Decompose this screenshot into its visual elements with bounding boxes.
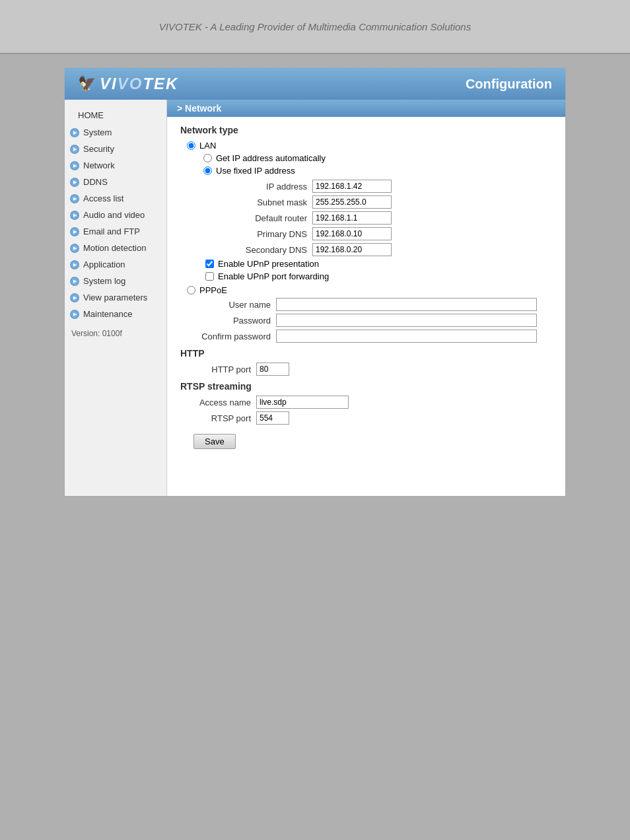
default-router-input[interactable] (312, 211, 392, 225)
password-input[interactable] (276, 314, 537, 327)
use-fixed-ip-label[interactable]: Use fixed IP address (216, 166, 295, 176)
access-name-label: Access name (193, 398, 256, 407)
use-fixed-ip-radio[interactable] (203, 166, 212, 175)
sidebar-item-security[interactable]: Security (65, 141, 166, 157)
sidebar-item-email-ftp[interactable]: Email and FTP (65, 223, 166, 240)
upnp-presentation-checkbox[interactable] (205, 260, 214, 268)
fixed-ip-fields: IP address Subnet mask Default router (236, 180, 552, 256)
sidebar: HOME System Security Network DDNS (65, 100, 167, 496)
outer-wrap: 🦅 VIVOTEK Configuration HOME System Secu… (0, 54, 630, 510)
logo-text: VIVOTEK (100, 75, 178, 93)
upnp-forwarding-row: Enable UPnP port forwarding (205, 271, 552, 281)
config-title: Configuration (466, 77, 552, 92)
pppoe-label[interactable]: PPPoE (199, 285, 227, 295)
sidebar-label-network: Network (83, 160, 115, 170)
pppoe-radio-row: PPPoE (187, 285, 552, 295)
sidebar-arrow-system (70, 128, 79, 137)
sidebar-arrow-access-list (70, 194, 79, 203)
sidebar-item-motion-detection[interactable]: Motion detection (65, 240, 166, 256)
logo-icon: 🦅 (78, 75, 96, 92)
sidebar-item-audio-video[interactable]: Audio and video (65, 207, 166, 223)
top-bar: VIVOTEK - A Leading Provider of Multimed… (0, 0, 630, 53)
http-section: HTTP HTTP port (180, 348, 552, 376)
sidebar-arrow-email-ftp (70, 227, 79, 236)
content-area: HOME System Security Network DDNS (65, 100, 565, 496)
rtsp-port-row: RTSP port (193, 411, 552, 425)
header: 🦅 VIVOTEK Configuration (65, 68, 565, 100)
main-container: 🦅 VIVOTEK Configuration HOME System Secu… (64, 67, 566, 497)
http-port-row: HTTP port (193, 363, 552, 376)
sidebar-arrow-security (70, 145, 79, 154)
username-row: User name (200, 298, 552, 311)
sidebar-label-maintenance: Maintenance (83, 309, 132, 319)
lan-radio[interactable] (187, 141, 195, 150)
get-ip-auto-radio[interactable] (203, 154, 212, 162)
secondary-dns-row: Secondary DNS (236, 243, 552, 256)
sidebar-item-system[interactable]: System (65, 124, 166, 141)
top-tagline: VIVOTEK - A Leading Provider of Multimed… (159, 21, 471, 32)
sidebar-label-system-log: System log (83, 276, 125, 286)
sidebar-item-access-list[interactable]: Access list (65, 190, 166, 207)
network-type-title: Network type (180, 125, 552, 135)
http-port-input[interactable] (256, 363, 289, 376)
logo-area: 🦅 VIVOTEK (78, 75, 178, 93)
save-button[interactable]: Save (193, 434, 236, 449)
default-router-label: Default router (236, 213, 312, 223)
sidebar-item-application[interactable]: Application (65, 256, 166, 273)
default-router-row: Default router (236, 211, 552, 225)
sidebar-arrow-view-parameters (70, 293, 79, 302)
upnp-forwarding-label[interactable]: Enable UPnP port forwarding (218, 271, 329, 281)
rtsp-section: RTSP streaming Access name RTSP port (180, 381, 552, 425)
upnp-presentation-label[interactable]: Enable UPnP presentation (218, 259, 319, 269)
primary-dns-row: Primary DNS (236, 227, 552, 240)
lan-sub-group: Get IP address automatically Use fixed I… (203, 153, 552, 256)
rtsp-title: RTSP streaming (180, 381, 552, 392)
rtsp-port-input[interactable] (256, 411, 289, 425)
version-text: Version: 0100f (65, 322, 166, 338)
sidebar-item-system-log[interactable]: System log (65, 273, 166, 289)
sidebar-label-system: System (83, 127, 112, 137)
bottom-area (0, 510, 630, 774)
ip-address-row: IP address (236, 180, 552, 193)
get-ip-auto-label[interactable]: Get IP address automatically (216, 153, 326, 163)
confirm-password-row: Confirm password (200, 330, 552, 343)
sidebar-item-maintenance[interactable]: Maintenance (65, 306, 166, 322)
subnet-mask-input[interactable] (312, 195, 392, 209)
sidebar-arrow-ddns (70, 178, 79, 187)
lan-radio-row: LAN (187, 141, 552, 151)
panel-content: Network type LAN Get IP address automati… (167, 117, 565, 457)
sidebar-arrow-network (70, 161, 79, 170)
sidebar-label-ddns: DDNS (83, 177, 108, 187)
confirm-password-input[interactable] (276, 330, 537, 343)
secondary-dns-input[interactable] (312, 243, 392, 256)
secondary-dns-label: Secondary DNS (236, 245, 312, 255)
lan-label[interactable]: LAN (199, 141, 216, 151)
main-panel: > Network Network type LAN (167, 100, 565, 496)
pppoe-fields: User name Password Confirm password (200, 298, 552, 343)
sidebar-label-motion-detection: Motion detection (83, 243, 146, 253)
upnp-forwarding-checkbox[interactable] (205, 272, 214, 281)
http-port-label: HTTP port (193, 365, 256, 374)
use-fixed-ip-row: Use fixed IP address (203, 166, 552, 176)
pppoe-section: PPPoE User name Password (180, 285, 552, 343)
sidebar-item-home[interactable]: HOME (65, 106, 166, 124)
access-name-row: Access name (193, 396, 552, 409)
access-name-input[interactable] (256, 396, 349, 409)
sidebar-arrow-application (70, 260, 79, 269)
ip-address-label: IP address (236, 182, 312, 192)
ip-address-input[interactable] (312, 180, 392, 193)
sidebar-item-network[interactable]: Network (65, 157, 166, 174)
password-row: Password (200, 314, 552, 327)
pppoe-radio[interactable] (187, 286, 195, 295)
sidebar-label-security: Security (83, 144, 114, 154)
password-label: Password (200, 316, 276, 326)
primary-dns-input[interactable] (312, 227, 392, 240)
sidebar-arrow-motion-detection (70, 244, 79, 253)
sidebar-item-ddns[interactable]: DDNS (65, 174, 166, 190)
lan-group: LAN Get IP address automatically Use fix… (187, 141, 552, 281)
upnp-presentation-row: Enable UPnP presentation (205, 259, 552, 269)
sidebar-item-view-parameters[interactable]: View parameters (65, 289, 166, 306)
username-label: User name (200, 300, 276, 310)
username-input[interactable] (276, 298, 537, 311)
sidebar-label-application: Application (83, 260, 125, 269)
